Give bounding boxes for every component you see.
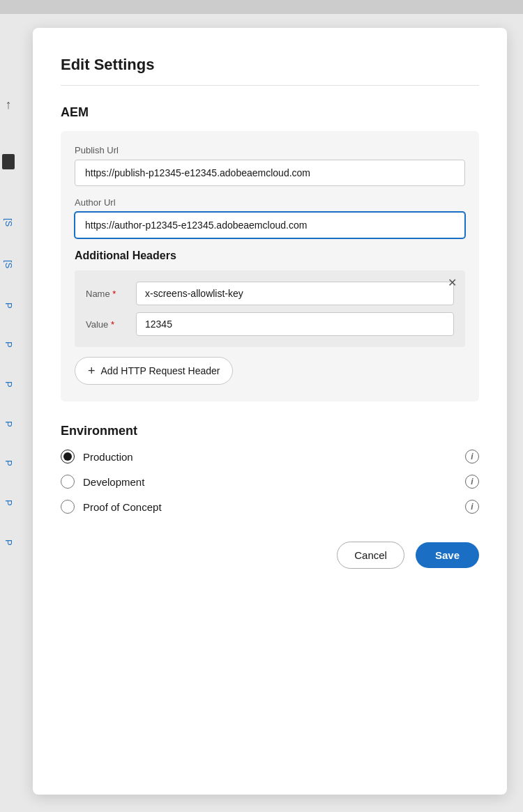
author-url-input[interactable] xyxy=(75,212,465,238)
sidebar-link-5[interactable]: P xyxy=(3,381,14,388)
sidebar-link-7[interactable]: P xyxy=(3,460,14,466)
radio-option-development: Development i xyxy=(61,475,479,489)
additional-headers-title: Additional Headers xyxy=(75,250,465,262)
sidebar-link-9[interactable]: P xyxy=(3,539,14,546)
publish-url-input[interactable] xyxy=(75,160,465,186)
radio-option-poc: Proof of Concept i xyxy=(61,500,479,514)
info-icon-poc[interactable]: i xyxy=(465,500,479,514)
info-icon-development[interactable]: i xyxy=(465,475,479,489)
add-header-button-label: Add HTTP Request Header xyxy=(101,365,220,376)
aem-card: Publish Url Author Url Additional Header… xyxy=(61,131,479,401)
close-header-button[interactable]: ✕ xyxy=(448,277,457,289)
sidebar-link-1[interactable]: [S xyxy=(3,218,14,227)
radio-option-production: Production i xyxy=(61,450,479,464)
author-url-label: Author Url xyxy=(75,197,465,208)
radio-label-development: Development xyxy=(83,476,457,488)
radio-development[interactable] xyxy=(61,475,75,489)
sidebar-link-6[interactable]: P xyxy=(3,421,14,427)
environment-section-title: Environment xyxy=(61,424,479,438)
header-name-label: Name * xyxy=(86,289,128,299)
radio-production[interactable] xyxy=(61,450,75,464)
modal-footer: Cancel Save xyxy=(61,542,479,569)
save-button[interactable]: Save xyxy=(416,542,479,568)
arrow-up-icon: ↑ xyxy=(6,98,12,112)
radio-label-poc: Proof of Concept xyxy=(83,501,457,513)
radio-label-production: Production xyxy=(83,451,457,463)
edit-settings-modal: Edit Settings AEM Publish Url Author Url… xyxy=(33,28,507,795)
publish-url-label: Publish Url xyxy=(75,145,465,155)
aem-section-title: AEM xyxy=(61,105,479,120)
header-row-card: ✕ Name * Value * xyxy=(75,270,465,347)
sidebar-icon xyxy=(2,154,15,169)
radio-poc[interactable] xyxy=(61,500,75,514)
page-wrapper: ↑ [S [S P P P P P P P Edit Settings AEM … xyxy=(0,14,523,812)
modal-title: Edit Settings xyxy=(61,56,479,74)
sidebar-link-4[interactable]: P xyxy=(3,342,14,348)
environment-section: Environment Production i Development i P… xyxy=(61,424,479,514)
sidebar-link-8[interactable]: P xyxy=(3,500,14,506)
sidebar-link-3[interactable]: P xyxy=(3,302,14,309)
sidebar-link-2[interactable]: [S xyxy=(3,260,14,268)
info-icon-production[interactable]: i xyxy=(465,450,479,464)
header-value-input[interactable] xyxy=(136,312,454,336)
sidebar-hint: ↑ [S [S P P P P P P P xyxy=(0,14,17,812)
plus-icon: + xyxy=(88,365,96,377)
title-divider xyxy=(61,85,479,86)
header-name-row: Name * xyxy=(86,282,454,305)
name-required-star: * xyxy=(112,289,116,299)
cancel-button[interactable]: Cancel xyxy=(337,542,404,569)
header-value-label: Value * xyxy=(86,319,128,330)
header-value-row: Value * xyxy=(86,312,454,336)
add-header-button[interactable]: + Add HTTP Request Header xyxy=(75,357,233,385)
header-name-input[interactable] xyxy=(136,282,454,305)
sidebar-links: [S [S P P P P P P P xyxy=(3,218,14,545)
value-required-star: * xyxy=(111,319,114,330)
